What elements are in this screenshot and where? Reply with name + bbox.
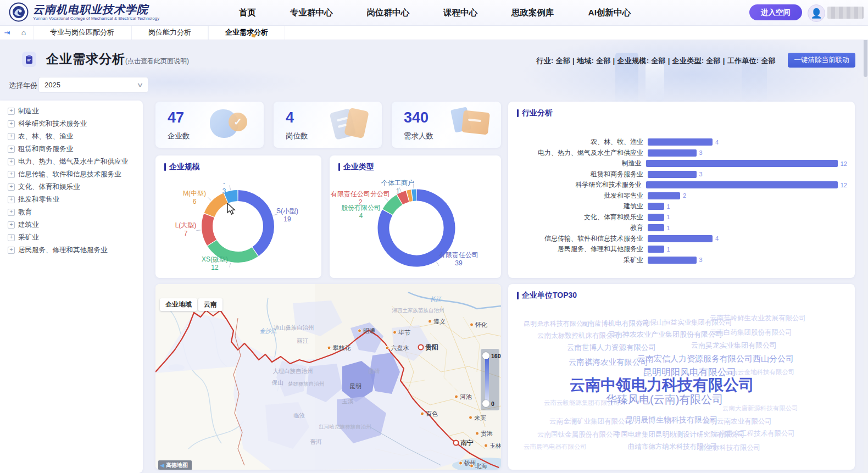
wordcloud-item[interactable]: 云南青众工程技术有限公司 [713, 429, 795, 438]
company-type-donut-chart[interactable]: 有限责任公司39股份有限公司4有限责任公司分公司2个体工商户1 [330, 155, 501, 278]
expand-plus-icon[interactable]: + [8, 209, 15, 216]
wordcloud-item[interactable]: 华臻风电(云南)有限公司 [606, 392, 723, 407]
avatar[interactable]: 👤 [808, 4, 825, 22]
wordcloud-item[interactable]: 云南芸岭鲜生农业发展有限公司 [710, 314, 806, 323]
tree-item-3[interactable]: +租赁和商务服务业 [8, 143, 143, 155]
tree-item-8[interactable]: +教育 [8, 206, 143, 219]
wordcloud-item[interactable]: 云南宏信人力资源服务有限公司西山分公司 [637, 354, 794, 364]
wordcloud-item[interactable]: 云南晨鸣电器有限公司 [524, 443, 587, 451]
expand-plus-icon[interactable]: + [8, 108, 15, 115]
tree-item-10[interactable]: +采矿业 [8, 231, 143, 244]
bar-row[interactable]: 建筑业1 [518, 201, 847, 212]
nav-item-4[interactable]: 思政案例库 [511, 7, 554, 19]
map-label-text: 长江 [430, 296, 442, 303]
clear-linkage-button[interactable]: 一键清除当前联动 [788, 53, 855, 68]
expand-plus-icon[interactable]: + [8, 158, 15, 165]
donut-slice--[interactable] [226, 196, 238, 198]
bar-11[interactable] [648, 257, 697, 264]
wordcloud-item[interactable]: 云南太标数控机床有限公司 [537, 331, 620, 341]
nav-item-3[interactable]: 课程中心 [443, 7, 477, 19]
map-label-text: 攀枝花 [333, 344, 351, 352]
expand-plus-icon[interactable]: + [8, 183, 15, 191]
map-color-scale[interactable]: 160 0 [481, 349, 499, 410]
bar-9[interactable] [648, 235, 713, 242]
wordcloud-item[interactable]: 云南白药集团股份有限公司 [710, 328, 792, 337]
nav-item-1[interactable]: 专业群中心 [290, 7, 333, 19]
expand-plus-icon[interactable]: + [8, 171, 15, 178]
year-select[interactable]: 2025 ∨ [38, 77, 148, 93]
tree-item-11[interactable]: +居民服务、修理和其他服务业 [8, 244, 143, 257]
donut-slice-M(中型)[interactable] [209, 198, 226, 215]
bar-8[interactable] [648, 224, 664, 231]
tree-item-0[interactable]: +制造业 [8, 105, 143, 118]
company-region-map[interactable]: 企业地域 云南 长江湘西土家族苗族自治州遵义怀化凉山彝族自治州金沙江昭通毕节丽江… [155, 284, 501, 470]
wordcloud-item[interactable]: 昆明鼎承科技有限公司 [524, 319, 589, 329]
bar-7[interactable] [648, 214, 664, 221]
bar-row[interactable]: 居民服务、修理和其他服务业1 [518, 244, 847, 255]
map-area-chip[interactable]: 企业地域 [160, 298, 197, 311]
tab-1[interactable]: 岗位能力分析 [131, 25, 208, 40]
bar-4[interactable] [646, 181, 838, 188]
expand-plus-icon[interactable]: + [8, 247, 15, 254]
tree-item-1[interactable]: +科学研究和技术服务业 [8, 118, 143, 130]
collapse-sidebar-icon[interactable]: ⇥ [0, 29, 14, 37]
bar-6[interactable] [648, 203, 664, 210]
bar-2[interactable] [646, 160, 838, 167]
company-wordcloud[interactable]: 昆明鼎承科技有限公司云南蓝博机电有限公司云南保山恒益实业集团有限公司云南芸岭鲜生… [508, 284, 855, 470]
tab-2[interactable]: 企业需求分析 [208, 25, 285, 40]
industry-bar-chart[interactable]: 农、林、牧、渔业4电力、热力、燃气及水生产和供应业3制造业12租赁和商务服务业3… [518, 137, 847, 265]
donut-slice-L(大型)[interactable] [207, 215, 212, 242]
bar-1[interactable] [648, 149, 697, 157]
wordcloud-item[interactable]: 云南金澜矿业集团有限公司 [549, 417, 632, 426]
expand-plus-icon[interactable]: + [8, 221, 15, 229]
tree-item-6[interactable]: +文化、体育和娱乐业 [8, 181, 143, 193]
expand-plus-icon[interactable]: + [8, 146, 15, 153]
bar-row[interactable]: 租赁和商务服务业3 [518, 169, 847, 180]
expand-plus-icon[interactable]: + [8, 133, 15, 140]
wordcloud-item[interactable]: 云南神农农业产业集团股份有限公司 [608, 330, 722, 340]
nav-item-2[interactable]: 岗位群中心 [367, 7, 410, 19]
bar-value: 3 [699, 257, 703, 263]
scale-handle-max[interactable] [482, 352, 489, 359]
nav-item-0[interactable]: 首页 [239, 7, 256, 19]
wordcloud-item[interactable]: 新坐标科技有限公司 [699, 443, 761, 453]
bar-row[interactable]: 批发和零售业2 [518, 191, 847, 202]
bar-row[interactable]: 教育1 [518, 222, 847, 233]
bar-10[interactable] [648, 246, 664, 253]
bar-3[interactable] [648, 171, 697, 178]
map-region-chip[interactable]: 云南 [198, 298, 222, 311]
bar-row[interactable]: 采矿业3 [518, 255, 847, 266]
wordcloud-item[interactable]: 云南祺海农业有限公司 [569, 357, 648, 368]
donut-slice-S(小型)[interactable] [238, 196, 269, 252]
tree-item-2[interactable]: +农、林、牧、渔业 [8, 130, 143, 143]
scale-handle-min[interactable] [482, 400, 489, 407]
tree-item-5[interactable]: +信息传输、软件和信息技术服务业 [8, 168, 143, 181]
expand-plus-icon[interactable]: + [8, 234, 15, 241]
home-icon[interactable]: ⌂ [14, 28, 33, 37]
scrollbar-track[interactable] [864, 26, 867, 473]
bar-5[interactable] [648, 192, 680, 199]
expand-plus-icon[interactable]: + [8, 120, 15, 127]
nav-item-5[interactable]: AI创新中心 [588, 7, 631, 19]
bar-row[interactable]: 制造业12 [518, 158, 847, 169]
enter-space-button[interactable]: 进入空间 [749, 4, 802, 20]
tree-item-4[interactable]: +电力、热力、燃气及水生产和供应业 [8, 155, 143, 168]
bar-row[interactable]: 文化、体育和娱乐业1 [518, 212, 847, 223]
bar-row[interactable]: 信息传输、软件和信息技术服务业4 [518, 233, 847, 244]
wordcloud-item[interactable]: 启明云南农业有限公司 [703, 417, 772, 426]
page-title-hint[interactable]: (点击查看此页面说明) [125, 57, 189, 66]
wordcloud-item[interactable]: 云南昊龙实业集团有限公司 [691, 341, 777, 350]
company-scale-donut-chart[interactable]: S(小型)19XS(微型)12L(大型)7M(中型)6-3 [155, 155, 321, 278]
wordcloud-item[interactable]: 云南大唐新源科技有限公司 [722, 404, 798, 413]
bar-row[interactable]: 电力、热力、燃气及水生产和供应业3 [518, 148, 847, 159]
wordcloud-item[interactable]: 云南国钛金属股份有限公司 [537, 430, 620, 439]
bar-0[interactable] [648, 138, 713, 146]
bar-row[interactable]: 农、林、牧、渔业4 [518, 137, 847, 148]
bar-row[interactable]: 科学研究和技术服务业12 [518, 180, 847, 191]
tree-item-9[interactable]: +建筑业 [8, 219, 143, 231]
tree-item-7[interactable]: +批发和零售业 [8, 193, 143, 206]
wordcloud-item[interactable]: 云南世博人力资源有限公司 [567, 343, 656, 353]
expand-plus-icon[interactable]: + [8, 196, 15, 203]
tab-0[interactable]: 专业与岗位匹配分析 [33, 25, 131, 40]
donut-slice-有限责任公司分公司[interactable] [400, 196, 408, 199]
